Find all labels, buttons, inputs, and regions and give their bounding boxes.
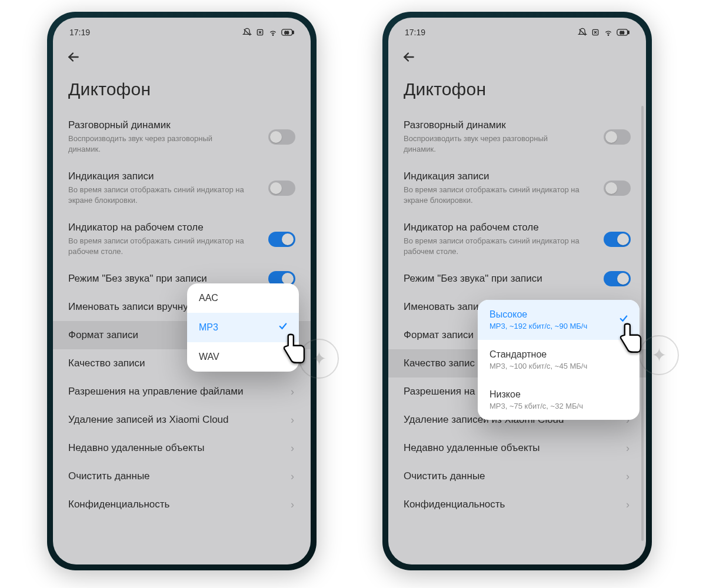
- row-label: Режим "Без звука" при записи: [404, 273, 631, 285]
- wifi-icon: [268, 28, 278, 37]
- cursor-icon: [275, 333, 309, 367]
- row-rec-indicator[interactable]: Индикация записи Во время записи отображ…: [388, 162, 646, 213]
- status-time: 17:19: [69, 28, 90, 37]
- row-label: Конфиденциальность: [404, 499, 631, 510]
- row-sub: Во время записи отображать синий индикат…: [404, 185, 580, 205]
- row-label: Разрешения на управление файлами: [68, 386, 295, 397]
- svg-rect-3: [292, 31, 294, 34]
- row-rec-indicator[interactable]: Индикация записи Во время записи отображ…: [53, 162, 311, 213]
- chevron-right-icon: ›: [626, 499, 630, 511]
- screen: 17:19 69: [53, 18, 311, 564]
- rotate-lock-icon: [255, 28, 265, 37]
- format-option-aac[interactable]: AAC: [187, 283, 299, 313]
- row-label: Очистить данные: [404, 470, 631, 482]
- row-silent[interactable]: Режим "Без звука" при записи: [388, 265, 646, 293]
- screen: 17:19 69: [388, 18, 646, 564]
- option-label: Низкое: [489, 389, 628, 400]
- option-label: WAV: [199, 352, 219, 362]
- chevron-right-icon: ›: [291, 442, 294, 455]
- row-label: Недавно удаленные объекты: [68, 442, 295, 454]
- row-label: Разговорный динамик: [68, 119, 295, 131]
- quality-option-low[interactable]: Низкое MP3, ~75 кбит/с, ~32 МБ/ч: [478, 380, 640, 420]
- rotate-lock-icon: [591, 28, 600, 37]
- row-sub: Во время записи отображать синий индикат…: [68, 185, 245, 205]
- row-clear-data[interactable]: Очистить данные ›: [388, 462, 646, 490]
- option-sub: MP3, ~100 кбит/с, ~45 МБ/ч: [489, 362, 628, 370]
- row-earpiece[interactable]: Разговорный динамик Воспроизводить звук …: [53, 111, 311, 162]
- row-home-indicator[interactable]: Индикатор на рабочем столе Во время запи…: [53, 213, 311, 265]
- phone-right: 17:19 69: [382, 12, 652, 570]
- row-label: Конфиденциальность: [68, 499, 295, 510]
- row-label: Разговорный динамик: [404, 119, 631, 131]
- toggle-off[interactable]: [268, 129, 295, 145]
- chevron-right-icon: ›: [291, 470, 294, 483]
- chevron-right-icon: ›: [626, 470, 630, 483]
- row-earpiece[interactable]: Разговорный динамик Воспроизводить звук …: [388, 111, 646, 162]
- row-label: Индикация записи: [68, 171, 295, 182]
- row-trash[interactable]: Недавно удаленные объекты ›: [388, 434, 646, 462]
- option-label: Стандартное: [489, 349, 628, 360]
- cursor-icon: [612, 322, 646, 356]
- option-label: Высокое: [489, 309, 628, 320]
- row-label: Недавно удаленные объекты: [404, 442, 631, 454]
- svg-text:69: 69: [620, 31, 625, 35]
- chevron-right-icon: ›: [626, 442, 630, 455]
- svg-point-1: [272, 35, 273, 35]
- row-label: Индикация записи: [404, 171, 631, 182]
- row-sub: Воспроизводить звук через разговорный ди…: [68, 133, 245, 154]
- row-permissions[interactable]: Разрешения на управление файлами ›: [53, 377, 311, 406]
- back-area: [53, 41, 311, 69]
- toggle-off[interactable]: [604, 129, 631, 145]
- status-bar: 17:19 69: [53, 18, 311, 41]
- option-label: AAC: [199, 293, 218, 303]
- row-label: Индикатор на рабочем столе: [68, 222, 295, 233]
- toggle-off[interactable]: [604, 181, 631, 196]
- back-icon[interactable]: [401, 49, 417, 69]
- page-title: Диктофон: [388, 69, 646, 111]
- toggle-off[interactable]: [268, 181, 295, 196]
- row-label: Индикатор на рабочем столе: [404, 222, 631, 233]
- row-cloud-delete[interactable]: Удаление записей из Xiaomi Cloud ›: [53, 406, 311, 434]
- toggle-on[interactable]: [604, 232, 631, 247]
- row-sub: Воспроизводить звук через разговорный ди…: [404, 133, 580, 154]
- row-label: Очистить данные: [68, 470, 295, 482]
- row-label: Удаление записей из Xiaomi Cloud: [68, 414, 295, 426]
- option-label: MP3: [199, 322, 218, 332]
- option-sub: MP3, ~192 кбит/с, ~90 МБ/ч: [489, 322, 628, 330]
- check-icon: [278, 321, 288, 334]
- quality-popup: Высокое MP3, ~192 кбит/с, ~90 МБ/ч Станд…: [478, 300, 640, 420]
- chevron-right-icon: ›: [291, 414, 294, 426]
- back-area: [388, 41, 646, 69]
- row-clear-data[interactable]: Очистить данные ›: [53, 462, 311, 490]
- page-title: Диктофон: [53, 69, 311, 111]
- back-icon[interactable]: [66, 49, 81, 69]
- phone-left: 17:19 69: [47, 12, 317, 570]
- option-sub: MP3, ~75 кбит/с, ~32 МБ/ч: [489, 402, 628, 410]
- status-bar: 17:19 69: [388, 18, 646, 41]
- toggle-on[interactable]: [604, 271, 631, 286]
- dnd-icon: [578, 28, 587, 37]
- chevron-right-icon: ›: [291, 499, 294, 511]
- row-privacy[interactable]: Конфиденциальность ›: [53, 490, 311, 519]
- row-sub: Во время записи отображать синий индикат…: [68, 236, 245, 256]
- toggle-on[interactable]: [268, 232, 295, 247]
- svg-point-6: [608, 35, 608, 35]
- svg-text:69: 69: [285, 31, 289, 35]
- battery-icon: 69: [617, 28, 630, 36]
- status-time: 17:19: [405, 28, 425, 37]
- row-sub: Во время записи отображать синий индикат…: [404, 236, 580, 256]
- chevron-right-icon: ›: [291, 386, 294, 398]
- row-trash[interactable]: Недавно удаленные объекты ›: [53, 434, 311, 462]
- row-home-indicator[interactable]: Индикатор на рабочем столе Во время запи…: [388, 213, 646, 265]
- svg-rect-8: [628, 31, 629, 34]
- row-privacy[interactable]: Конфиденциальность ›: [388, 490, 646, 519]
- wifi-icon: [604, 28, 613, 37]
- dnd-icon: [242, 28, 252, 37]
- battery-icon: 69: [281, 28, 294, 36]
